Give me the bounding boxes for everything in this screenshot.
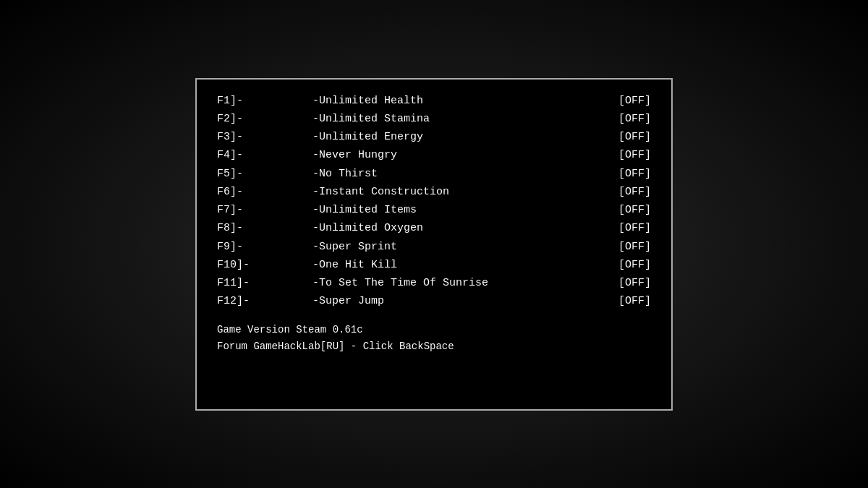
- cheat-label-1: -Unlimited Health: [312, 93, 608, 109]
- cheat-status-3: [OFF]: [608, 129, 651, 145]
- cheat-status-9: [OFF]: [608, 239, 651, 255]
- cheat-label-9: -Super Sprint: [312, 239, 608, 255]
- cheat-status-8: [OFF]: [608, 220, 651, 236]
- cheat-row-5[interactable]: F5]--No Thirst[OFF]: [217, 166, 651, 182]
- footer-line2: Forum GameHackLab[RU] - Click BackSpace: [217, 338, 651, 355]
- cheat-row-6[interactable]: F6]--Instant Construction[OFF]: [217, 184, 651, 200]
- cheat-status-2: [OFF]: [608, 111, 651, 127]
- cheat-key-2: F2]-: [217, 111, 269, 127]
- outer-background: F1]--Unlimited Health[OFF]F2]--Unlimited…: [0, 0, 868, 488]
- cheat-label-12: -Super Jump: [312, 293, 608, 309]
- cheat-status-6: [OFF]: [608, 184, 651, 200]
- cheat-status-1: [OFF]: [608, 93, 651, 109]
- cheat-row-10[interactable]: F10]--One Hit Kill[OFF]: [217, 257, 651, 273]
- cheat-key-6: F6]-: [217, 184, 269, 200]
- cheat-label-2: -Unlimited Stamina: [312, 111, 608, 127]
- cheat-row-1[interactable]: F1]--Unlimited Health[OFF]: [217, 93, 651, 109]
- cheat-label-10: -One Hit Kill: [312, 257, 608, 273]
- cheat-key-7: F7]-: [217, 202, 269, 218]
- cheat-label-11: -To Set The Time Of Sunrise: [312, 275, 608, 291]
- footer-line1: Game Version Steam 0.61c: [217, 322, 651, 338]
- cheat-key-9: F9]-: [217, 239, 269, 255]
- cheat-row-8[interactable]: F8]--Unlimited Oxygen[OFF]: [217, 220, 651, 236]
- cheat-status-5: [OFF]: [608, 166, 651, 182]
- cheat-row-4[interactable]: F4]--Never Hungry[OFF]: [217, 147, 651, 163]
- cheat-key-8: F8]-: [217, 220, 269, 236]
- cheat-label-5: -No Thirst: [312, 166, 608, 182]
- footer: Game Version Steam 0.61c Forum GameHackL…: [217, 322, 651, 355]
- cheat-key-3: F3]-: [217, 129, 269, 145]
- cheat-row-3[interactable]: F3]--Unlimited Energy[OFF]: [217, 129, 651, 145]
- cheat-status-11: [OFF]: [608, 275, 651, 291]
- cheat-row-11[interactable]: F11]--To Set The Time Of Sunrise[OFF]: [217, 275, 651, 291]
- cheat-status-10: [OFF]: [608, 257, 651, 273]
- cheat-key-11: F11]-: [217, 275, 269, 291]
- cheat-key-4: F4]-: [217, 147, 269, 163]
- cheat-status-12: [OFF]: [608, 293, 651, 309]
- cheat-key-10: F10]-: [217, 257, 269, 273]
- cheat-status-7: [OFF]: [608, 202, 651, 218]
- cheat-key-1: F1]-: [217, 93, 269, 109]
- cheat-row-2[interactable]: F2]--Unlimited Stamina[OFF]: [217, 111, 651, 127]
- cheat-menu-box: F1]--Unlimited Health[OFF]F2]--Unlimited…: [195, 78, 673, 411]
- cheat-row-9[interactable]: F9]--Super Sprint[OFF]: [217, 239, 651, 255]
- cheat-label-4: -Never Hungry: [312, 147, 608, 163]
- cheat-key-12: F12]-: [217, 293, 269, 309]
- cheat-label-7: -Unlimited Items: [312, 202, 608, 218]
- cheat-row-12[interactable]: F12]--Super Jump[OFF]: [217, 293, 651, 309]
- cheat-row-7[interactable]: F7]--Unlimited Items[OFF]: [217, 202, 651, 218]
- cheat-label-8: -Unlimited Oxygen: [312, 220, 608, 236]
- cheat-list: F1]--Unlimited Health[OFF]F2]--Unlimited…: [217, 93, 651, 310]
- cheat-label-3: -Unlimited Energy: [312, 129, 608, 145]
- cheat-label-6: -Instant Construction: [312, 184, 608, 200]
- cheat-key-5: F5]-: [217, 166, 269, 182]
- cheat-status-4: [OFF]: [608, 147, 651, 163]
